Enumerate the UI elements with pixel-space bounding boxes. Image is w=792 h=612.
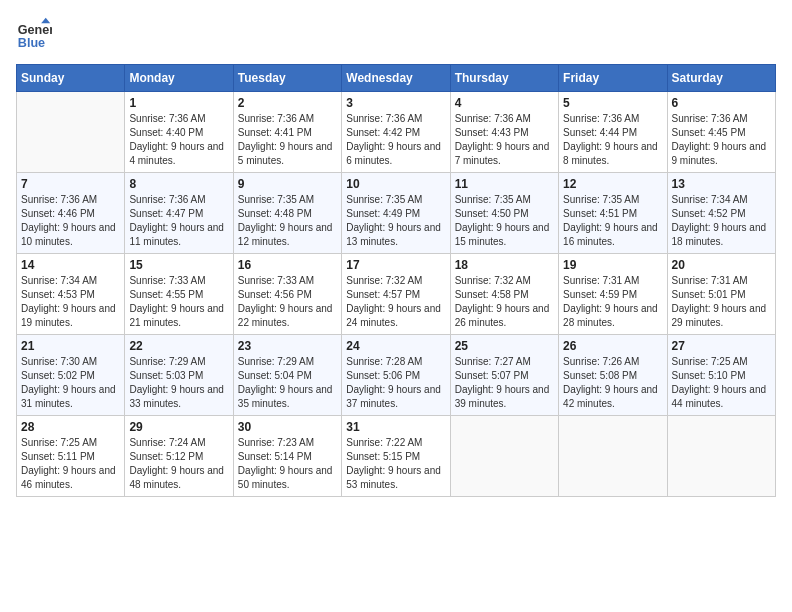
- day-info: Sunrise: 7:25 AMSunset: 5:10 PMDaylight:…: [672, 355, 771, 411]
- calendar-cell: 6Sunrise: 7:36 AMSunset: 4:45 PMDaylight…: [667, 92, 775, 173]
- calendar-header-row: SundayMondayTuesdayWednesdayThursdayFrid…: [17, 65, 776, 92]
- week-row-2: 7Sunrise: 7:36 AMSunset: 4:46 PMDaylight…: [17, 173, 776, 254]
- calendar-cell: 29Sunrise: 7:24 AMSunset: 5:12 PMDayligh…: [125, 416, 233, 497]
- calendar-cell: 5Sunrise: 7:36 AMSunset: 4:44 PMDaylight…: [559, 92, 667, 173]
- calendar-cell: 31Sunrise: 7:22 AMSunset: 5:15 PMDayligh…: [342, 416, 450, 497]
- header-wednesday: Wednesday: [342, 65, 450, 92]
- calendar-cell: 25Sunrise: 7:27 AMSunset: 5:07 PMDayligh…: [450, 335, 558, 416]
- calendar-cell: 13Sunrise: 7:34 AMSunset: 4:52 PMDayligh…: [667, 173, 775, 254]
- day-number: 11: [455, 177, 554, 191]
- calendar-cell: 20Sunrise: 7:31 AMSunset: 5:01 PMDayligh…: [667, 254, 775, 335]
- day-number: 18: [455, 258, 554, 272]
- day-info: Sunrise: 7:34 AMSunset: 4:53 PMDaylight:…: [21, 274, 120, 330]
- day-number: 9: [238, 177, 337, 191]
- page-header: General Blue: [16, 16, 776, 52]
- calendar-cell: 28Sunrise: 7:25 AMSunset: 5:11 PMDayligh…: [17, 416, 125, 497]
- calendar-cell: 24Sunrise: 7:28 AMSunset: 5:06 PMDayligh…: [342, 335, 450, 416]
- day-info: Sunrise: 7:36 AMSunset: 4:40 PMDaylight:…: [129, 112, 228, 168]
- day-number: 27: [672, 339, 771, 353]
- day-info: Sunrise: 7:30 AMSunset: 5:02 PMDaylight:…: [21, 355, 120, 411]
- day-number: 2: [238, 96, 337, 110]
- day-info: Sunrise: 7:32 AMSunset: 4:57 PMDaylight:…: [346, 274, 445, 330]
- day-number: 7: [21, 177, 120, 191]
- day-number: 26: [563, 339, 662, 353]
- day-number: 19: [563, 258, 662, 272]
- day-info: Sunrise: 7:27 AMSunset: 5:07 PMDaylight:…: [455, 355, 554, 411]
- calendar-cell: 15Sunrise: 7:33 AMSunset: 4:55 PMDayligh…: [125, 254, 233, 335]
- day-number: 23: [238, 339, 337, 353]
- calendar-table: SundayMondayTuesdayWednesdayThursdayFrid…: [16, 64, 776, 497]
- day-info: Sunrise: 7:35 AMSunset: 4:51 PMDaylight:…: [563, 193, 662, 249]
- header-monday: Monday: [125, 65, 233, 92]
- day-number: 3: [346, 96, 445, 110]
- calendar-cell: 21Sunrise: 7:30 AMSunset: 5:02 PMDayligh…: [17, 335, 125, 416]
- week-row-1: 1Sunrise: 7:36 AMSunset: 4:40 PMDaylight…: [17, 92, 776, 173]
- calendar-cell: 19Sunrise: 7:31 AMSunset: 4:59 PMDayligh…: [559, 254, 667, 335]
- day-info: Sunrise: 7:28 AMSunset: 5:06 PMDaylight:…: [346, 355, 445, 411]
- day-info: Sunrise: 7:23 AMSunset: 5:14 PMDaylight:…: [238, 436, 337, 492]
- day-number: 15: [129, 258, 228, 272]
- svg-marker-2: [41, 18, 50, 23]
- day-number: 6: [672, 96, 771, 110]
- calendar-cell: 17Sunrise: 7:32 AMSunset: 4:57 PMDayligh…: [342, 254, 450, 335]
- day-info: Sunrise: 7:22 AMSunset: 5:15 PMDaylight:…: [346, 436, 445, 492]
- day-info: Sunrise: 7:25 AMSunset: 5:11 PMDaylight:…: [21, 436, 120, 492]
- day-number: 21: [21, 339, 120, 353]
- header-thursday: Thursday: [450, 65, 558, 92]
- day-info: Sunrise: 7:36 AMSunset: 4:44 PMDaylight:…: [563, 112, 662, 168]
- calendar-cell: 16Sunrise: 7:33 AMSunset: 4:56 PMDayligh…: [233, 254, 341, 335]
- day-number: 16: [238, 258, 337, 272]
- calendar-cell: 7Sunrise: 7:36 AMSunset: 4:46 PMDaylight…: [17, 173, 125, 254]
- day-info: Sunrise: 7:36 AMSunset: 4:47 PMDaylight:…: [129, 193, 228, 249]
- day-number: 31: [346, 420, 445, 434]
- day-number: 24: [346, 339, 445, 353]
- day-info: Sunrise: 7:24 AMSunset: 5:12 PMDaylight:…: [129, 436, 228, 492]
- day-info: Sunrise: 7:36 AMSunset: 4:43 PMDaylight:…: [455, 112, 554, 168]
- calendar-cell: [667, 416, 775, 497]
- day-info: Sunrise: 7:35 AMSunset: 4:49 PMDaylight:…: [346, 193, 445, 249]
- day-info: Sunrise: 7:32 AMSunset: 4:58 PMDaylight:…: [455, 274, 554, 330]
- calendar-cell: 9Sunrise: 7:35 AMSunset: 4:48 PMDaylight…: [233, 173, 341, 254]
- calendar-cell: 1Sunrise: 7:36 AMSunset: 4:40 PMDaylight…: [125, 92, 233, 173]
- day-info: Sunrise: 7:26 AMSunset: 5:08 PMDaylight:…: [563, 355, 662, 411]
- day-info: Sunrise: 7:33 AMSunset: 4:55 PMDaylight:…: [129, 274, 228, 330]
- day-number: 12: [563, 177, 662, 191]
- day-info: Sunrise: 7:31 AMSunset: 4:59 PMDaylight:…: [563, 274, 662, 330]
- day-info: Sunrise: 7:34 AMSunset: 4:52 PMDaylight:…: [672, 193, 771, 249]
- day-number: 22: [129, 339, 228, 353]
- calendar-cell: 4Sunrise: 7:36 AMSunset: 4:43 PMDaylight…: [450, 92, 558, 173]
- calendar-cell: 11Sunrise: 7:35 AMSunset: 4:50 PMDayligh…: [450, 173, 558, 254]
- logo: General Blue: [16, 16, 52, 52]
- week-row-5: 28Sunrise: 7:25 AMSunset: 5:11 PMDayligh…: [17, 416, 776, 497]
- day-number: 5: [563, 96, 662, 110]
- day-number: 28: [21, 420, 120, 434]
- calendar-cell: 18Sunrise: 7:32 AMSunset: 4:58 PMDayligh…: [450, 254, 558, 335]
- calendar-cell: [559, 416, 667, 497]
- day-info: Sunrise: 7:36 AMSunset: 4:45 PMDaylight:…: [672, 112, 771, 168]
- header-saturday: Saturday: [667, 65, 775, 92]
- day-number: 30: [238, 420, 337, 434]
- day-info: Sunrise: 7:36 AMSunset: 4:42 PMDaylight:…: [346, 112, 445, 168]
- day-number: 4: [455, 96, 554, 110]
- calendar-cell: 10Sunrise: 7:35 AMSunset: 4:49 PMDayligh…: [342, 173, 450, 254]
- week-row-3: 14Sunrise: 7:34 AMSunset: 4:53 PMDayligh…: [17, 254, 776, 335]
- day-info: Sunrise: 7:29 AMSunset: 5:03 PMDaylight:…: [129, 355, 228, 411]
- day-number: 25: [455, 339, 554, 353]
- header-friday: Friday: [559, 65, 667, 92]
- week-row-4: 21Sunrise: 7:30 AMSunset: 5:02 PMDayligh…: [17, 335, 776, 416]
- calendar-cell: 27Sunrise: 7:25 AMSunset: 5:10 PMDayligh…: [667, 335, 775, 416]
- calendar-cell: [450, 416, 558, 497]
- day-info: Sunrise: 7:36 AMSunset: 4:41 PMDaylight:…: [238, 112, 337, 168]
- calendar-cell: 14Sunrise: 7:34 AMSunset: 4:53 PMDayligh…: [17, 254, 125, 335]
- day-info: Sunrise: 7:29 AMSunset: 5:04 PMDaylight:…: [238, 355, 337, 411]
- day-info: Sunrise: 7:35 AMSunset: 4:50 PMDaylight:…: [455, 193, 554, 249]
- calendar-cell: 30Sunrise: 7:23 AMSunset: 5:14 PMDayligh…: [233, 416, 341, 497]
- calendar-cell: 2Sunrise: 7:36 AMSunset: 4:41 PMDaylight…: [233, 92, 341, 173]
- calendar-cell: 3Sunrise: 7:36 AMSunset: 4:42 PMDaylight…: [342, 92, 450, 173]
- day-number: 13: [672, 177, 771, 191]
- day-number: 8: [129, 177, 228, 191]
- calendar-cell: 22Sunrise: 7:29 AMSunset: 5:03 PMDayligh…: [125, 335, 233, 416]
- calendar-cell: 8Sunrise: 7:36 AMSunset: 4:47 PMDaylight…: [125, 173, 233, 254]
- calendar-cell: 26Sunrise: 7:26 AMSunset: 5:08 PMDayligh…: [559, 335, 667, 416]
- day-info: Sunrise: 7:36 AMSunset: 4:46 PMDaylight:…: [21, 193, 120, 249]
